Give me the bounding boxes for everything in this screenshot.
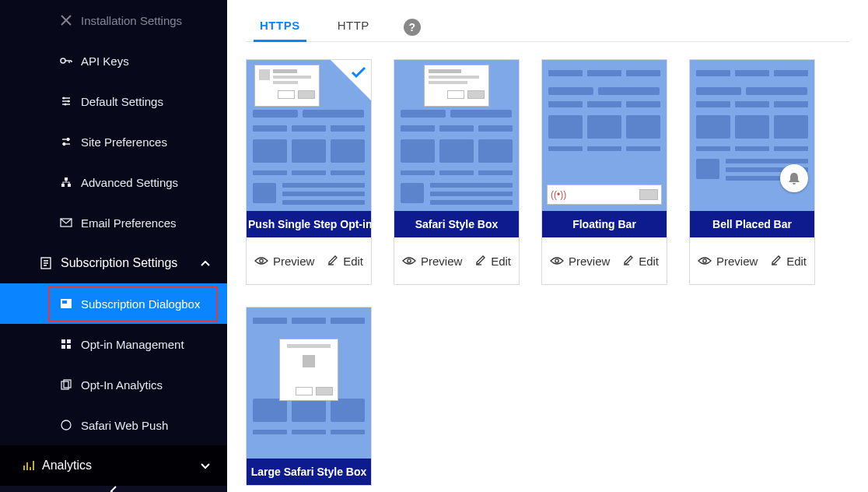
preview-label: Preview (569, 255, 610, 268)
preview-label: Preview (421, 255, 462, 268)
card-thumbnail (690, 60, 814, 211)
sidebar-collapse-button[interactable] (0, 486, 227, 492)
card-bell-placed-bar[interactable]: Bell Placed Bar Preview Edit (689, 59, 815, 285)
card-thumbnail (247, 60, 371, 211)
dialog-icon (59, 298, 73, 309)
preview-label: Preview (716, 255, 758, 268)
sidebar-item-default-settings[interactable]: Default Settings (0, 81, 227, 121)
bell-preview (780, 164, 808, 192)
card-safari-style-box[interactable]: Safari Style Box Preview Edit (394, 59, 520, 285)
svg-point-19 (61, 420, 71, 430)
edit-button[interactable]: Edit (623, 255, 659, 268)
svg-rect-15 (61, 345, 65, 349)
sidebar-group-label: Subscription Settings (61, 256, 177, 270)
card-actions: Preview Edit (542, 237, 667, 284)
card-actions: Preview Edit (394, 237, 519, 284)
sidebar-item-email-preferences[interactable]: Email Preferences (0, 202, 227, 243)
sidebar-item-label: Opt-In Analytics (81, 378, 163, 392)
edit-button[interactable]: Edit (475, 255, 511, 268)
sidebar-item-label: Installation Settings (81, 14, 182, 27)
analytics-icon (20, 459, 37, 472)
edit-label: Edit (491, 255, 511, 268)
card-title: Floating Bar (542, 211, 667, 237)
sidebar-item-label: API Keys (81, 54, 129, 68)
tab-http[interactable]: HTTP (334, 12, 373, 41)
edit-label: Edit (786, 255, 807, 268)
eye-icon (402, 255, 416, 268)
svg-point-3 (65, 104, 67, 106)
pencil-icon (327, 255, 338, 268)
card-thumbnail (247, 308, 371, 459)
document-icon (37, 257, 54, 269)
dialog-cards: Push Single Step Opt-in Preview Edit (246, 42, 849, 486)
copy-icon (59, 379, 73, 390)
card-thumbnail (394, 60, 519, 211)
svg-point-22 (555, 258, 558, 262)
eye-icon (550, 255, 564, 268)
sidebar-item-label: Safari Web Push (81, 419, 168, 432)
dialog-preview (424, 65, 489, 107)
edit-label: Edit (343, 255, 363, 268)
sidebar-item-optin-analytics[interactable]: Opt-In Analytics (0, 364, 227, 405)
tab-https[interactable]: HTTPS (257, 12, 303, 41)
svg-point-23 (703, 258, 706, 262)
sidebar-item-label: Site Preferences (81, 135, 167, 149)
sidebar-item-site-preferences[interactable]: Site Preferences (0, 121, 227, 162)
edit-label: Edit (639, 255, 659, 268)
sliders-icon (59, 96, 73, 107)
card-title: Bell Placed Bar (690, 211, 814, 237)
svg-point-0 (61, 58, 65, 63)
card-push-single-step[interactable]: Push Single Step Opt-in Preview Edit (246, 59, 372, 285)
x-icon (59, 15, 73, 26)
preview-button[interactable]: Preview (402, 255, 462, 268)
settings-icon (59, 136, 73, 147)
preview-button[interactable]: Preview (550, 255, 610, 268)
sidebar-item-optin-management[interactable]: Opt-in Management (0, 324, 227, 364)
sidebar-group-subscription-settings[interactable]: Subscription Settings (0, 243, 227, 283)
chevron-left-icon (110, 486, 117, 492)
chevron-down-icon (201, 459, 210, 473)
sidebar-item-api-keys[interactable]: API Keys (0, 40, 227, 81)
preview-label: Preview (273, 255, 314, 268)
svg-rect-4 (67, 138, 69, 141)
sidebar-item-label: Default Settings (81, 95, 163, 108)
highlight-outline (48, 286, 218, 322)
svg-point-2 (68, 100, 70, 103)
sidebar-item-subscription-dialogbox[interactable]: Subscription Dialogbox (0, 283, 227, 324)
compass-icon (59, 420, 73, 430)
sidebar-item-installation-settings[interactable]: Installation Settings (0, 0, 227, 40)
sidebar-item-safari-web-push[interactable]: Safari Web Push (0, 405, 227, 445)
edit-button[interactable]: Edit (771, 255, 807, 268)
sidebar-item-label: Email Preferences (81, 216, 177, 230)
grid-icon (59, 339, 73, 350)
pencil-icon (623, 255, 634, 268)
svg-rect-16 (67, 345, 71, 349)
key-icon (59, 55, 73, 66)
chevron-up-icon (201, 256, 210, 270)
svg-rect-14 (67, 339, 71, 343)
svg-point-1 (63, 97, 65, 100)
card-actions: Preview Edit (247, 237, 371, 284)
checkmark-icon (351, 65, 366, 83)
card-title: Large Safari Style Box (247, 459, 371, 485)
svg-point-21 (408, 258, 411, 262)
help-icon[interactable]: ? (404, 19, 421, 36)
main-content: HTTPS HTTP ? (227, 0, 868, 492)
preview-button[interactable]: Preview (698, 255, 758, 268)
sidebar-item-label: Opt-in Management (81, 338, 184, 351)
eye-icon (698, 255, 712, 268)
card-title: Push Single Step Opt-in (247, 211, 371, 237)
svg-rect-6 (65, 177, 68, 181)
sidebar-group-analytics[interactable]: Analytics (0, 445, 227, 486)
card-large-safari-style-box[interactable]: Large Safari Style Box (246, 307, 372, 486)
edit-button[interactable]: Edit (327, 255, 363, 268)
dialog-preview (254, 65, 320, 107)
svg-rect-7 (61, 184, 65, 187)
pencil-icon (475, 255, 486, 268)
svg-rect-5 (63, 142, 65, 146)
sidebar-item-advanced-settings[interactable]: Advanced Settings (0, 162, 227, 202)
sidebar-group-label: Analytics (42, 459, 92, 473)
card-floating-bar[interactable]: ((•)) Floating Bar Preview Edit (541, 59, 667, 285)
card-actions: Preview Edit (690, 237, 814, 284)
preview-button[interactable]: Preview (254, 255, 314, 268)
